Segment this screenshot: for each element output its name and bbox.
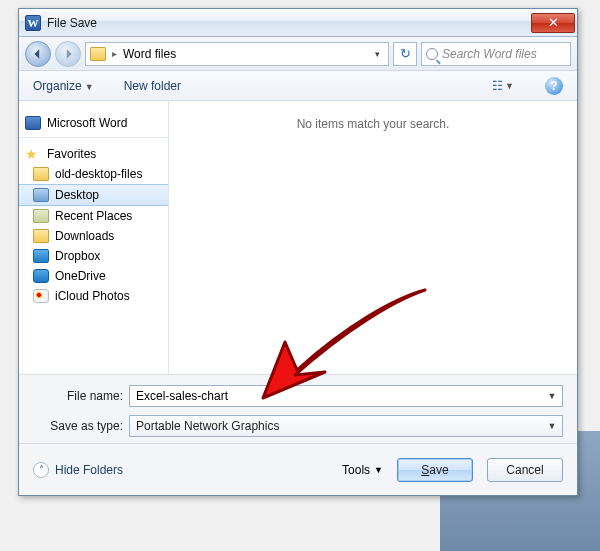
- view-options-button[interactable]: ☷▼: [491, 76, 515, 96]
- search-icon: [426, 48, 438, 60]
- footer: ˄ Hide Folders Tools▼ Save Cancel: [19, 443, 577, 495]
- onedrive-icon: [33, 269, 49, 283]
- savetype-label: Save as type:: [50, 419, 123, 433]
- sidebar-item-dropbox[interactable]: Dropbox: [19, 246, 168, 266]
- tools-menu[interactable]: Tools▼: [342, 463, 383, 477]
- word-icon: [25, 116, 41, 130]
- search-placeholder: Search Word files: [442, 47, 537, 61]
- toolbar: Organize▼ New folder ☷▼ ?: [19, 71, 577, 101]
- breadcrumb[interactable]: ▸ Word files ▾: [85, 42, 389, 66]
- icloud-icon: [33, 289, 49, 303]
- folder-icon: [33, 229, 49, 243]
- search-input[interactable]: Search Word files: [421, 42, 571, 66]
- folder-icon: [33, 167, 49, 181]
- filename-input[interactable]: [129, 385, 563, 407]
- nav-row: ▸ Word files ▾ ↻ Search Word files: [19, 37, 577, 71]
- file-save-dialog: W File Save ✕ ▸ Word files ▾ ↻ Search Wo…: [18, 8, 578, 496]
- save-button[interactable]: Save: [397, 458, 473, 482]
- filename-label: File name:: [67, 389, 123, 403]
- new-folder-button[interactable]: New folder: [124, 79, 181, 93]
- sidebar-favorites-header[interactable]: ★ Favorites: [19, 144, 168, 164]
- content-pane[interactable]: No items match your search.: [169, 101, 577, 374]
- word-app-icon: W: [25, 15, 41, 31]
- desktop-icon: [33, 188, 49, 202]
- back-button[interactable]: [25, 41, 51, 67]
- sidebar-item-onedrive[interactable]: OneDrive: [19, 266, 168, 286]
- dropbox-icon: [33, 249, 49, 263]
- recent-icon: [33, 209, 49, 223]
- forward-button[interactable]: [55, 41, 81, 67]
- savetype-dropdown-icon[interactable]: ▼: [543, 417, 561, 435]
- sidebar: Microsoft Word ★ Favorites old-desktop-f…: [19, 101, 169, 374]
- filename-dropdown-icon[interactable]: ▼: [543, 387, 561, 405]
- chevron-right-icon: ▸: [112, 48, 117, 59]
- chevron-up-icon: ˄: [33, 462, 49, 478]
- cancel-button[interactable]: Cancel: [487, 458, 563, 482]
- folder-icon: [90, 47, 106, 61]
- sidebar-app[interactable]: Microsoft Word: [19, 113, 168, 133]
- sidebar-item-desktop[interactable]: Desktop: [19, 184, 168, 206]
- star-icon: ★: [25, 147, 41, 161]
- titlebar[interactable]: W File Save ✕: [19, 9, 577, 37]
- close-button[interactable]: ✕: [531, 13, 575, 33]
- empty-message: No items match your search.: [297, 117, 450, 131]
- fields: File name: ▼ Save as type: Portable Netw…: [19, 374, 577, 443]
- sidebar-item-old-desktop[interactable]: old-desktop-files: [19, 164, 168, 184]
- sidebar-item-icloud[interactable]: iCloud Photos: [19, 286, 168, 306]
- sidebar-item-downloads[interactable]: Downloads: [19, 226, 168, 246]
- dialog-title: File Save: [47, 16, 97, 30]
- breadcrumb-current: Word files: [123, 47, 176, 61]
- refresh-button[interactable]: ↻: [393, 42, 417, 66]
- savetype-select[interactable]: Portable Network Graphics: [129, 415, 563, 437]
- help-button[interactable]: ?: [545, 77, 563, 95]
- sidebar-item-recent[interactable]: Recent Places: [19, 206, 168, 226]
- hide-folders-toggle[interactable]: ˄ Hide Folders: [33, 462, 123, 478]
- organize-menu[interactable]: Organize▼: [33, 79, 94, 93]
- breadcrumb-dropdown-icon[interactable]: ▾: [371, 49, 384, 59]
